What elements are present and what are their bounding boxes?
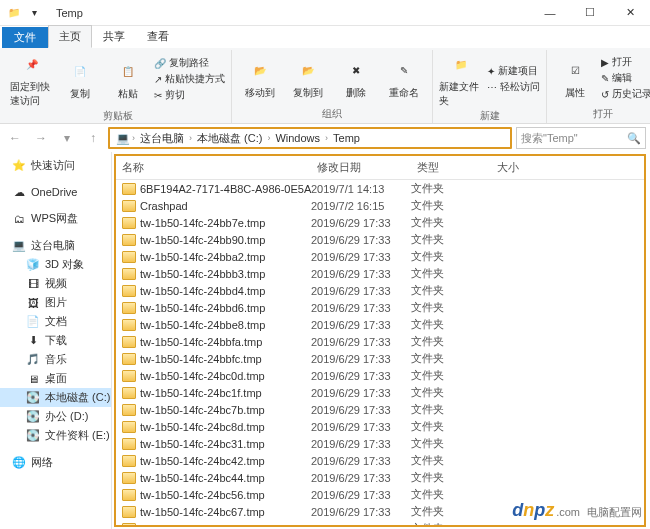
tab-share[interactable]: 共享: [92, 25, 136, 48]
table-row[interactable]: 6BF194A2-7171-4B8C-A986-0E5A5AE...2019/7…: [116, 180, 644, 197]
newfolder-button[interactable]: 📁新建文件夹: [439, 50, 483, 108]
recent-button[interactable]: ▾: [56, 127, 78, 149]
moveto-button[interactable]: 📂移动到: [238, 50, 282, 106]
table-row[interactable]: tw-1b50-14fc-24bbe8.tmp2019/6/29 17:33文件…: [116, 316, 644, 333]
file-name: tw-1b50-14fc-24bc7b.tmp: [140, 404, 265, 416]
forward-button[interactable]: →: [30, 127, 52, 149]
copy-icon: 📄: [66, 57, 94, 85]
properties-button[interactable]: ☑属性: [553, 50, 597, 106]
up-button[interactable]: ↑: [82, 127, 104, 149]
table-row[interactable]: tw-1b50-14fc-24bb7e.tmp2019/6/29 17:33文件…: [116, 214, 644, 231]
folder-icon: [122, 285, 136, 297]
sidebar-video[interactable]: 🎞视频: [0, 274, 111, 293]
drive-icon: 💽: [26, 429, 40, 443]
dropdown-icon[interactable]: ▾: [26, 5, 42, 21]
file-date: 2019/7/1 14:13: [311, 183, 411, 195]
sidebar-cdrive[interactable]: 💽本地磁盘 (C:): [0, 388, 111, 407]
file-type: 文件夹: [411, 385, 491, 400]
sidebar-onedrive[interactable]: ☁OneDrive: [0, 183, 111, 201]
crumb-temp[interactable]: Temp: [330, 132, 363, 144]
back-button[interactable]: ←: [4, 127, 26, 149]
breadcrumb[interactable]: 💻 › 这台电脑 › 本地磁盘 (C:) › Windows › Temp: [108, 127, 512, 149]
sidebar-edrive[interactable]: 💽文件资料 (E:): [0, 426, 111, 445]
file-date: 2019/6/29 17:33: [311, 251, 411, 263]
table-row[interactable]: tw-1b50-14fc-24bc8d.tmp2019/6/29 17:33文件…: [116, 418, 644, 435]
cut-button[interactable]: ✂剪切: [154, 88, 225, 102]
history-button[interactable]: ↺历史记录: [601, 87, 650, 101]
copyto-button[interactable]: 📂复制到: [286, 50, 330, 106]
file-name: tw-1b50-14fc-24bbfa.tmp: [140, 336, 262, 348]
sidebar-ddrive[interactable]: 💽办公 (D:): [0, 407, 111, 426]
sidebar-pictures[interactable]: 🖼图片: [0, 293, 111, 312]
file-date: 2019/6/29 17:33: [311, 523, 411, 526]
pin-button[interactable]: 📌固定到快速访问: [10, 50, 54, 108]
delete-button[interactable]: ✖删除: [334, 50, 378, 106]
edit-button[interactable]: ✎编辑: [601, 71, 650, 85]
folder-icon: [122, 438, 136, 450]
col-date[interactable]: 修改日期: [311, 156, 411, 179]
col-type[interactable]: 类型: [411, 156, 491, 179]
table-row[interactable]: tw-1b50-14fc-24bc7b.tmp2019/6/29 17:33文件…: [116, 401, 644, 418]
table-row[interactable]: tw-1b50-14fc-24bbfc.tmp2019/6/29 17:33文件…: [116, 350, 644, 367]
file-name: tw-1b50-14fc-24bb7e.tmp: [140, 217, 265, 229]
file-name: tw-1b50-14fc-24bc67.tmp: [140, 506, 265, 518]
rename-button[interactable]: ✎重命名: [382, 50, 426, 106]
col-size[interactable]: 大小: [491, 156, 551, 179]
table-row[interactable]: tw-1b50-14fc-24bbfa.tmp2019/6/29 17:33文件…: [116, 333, 644, 350]
address-bar: ← → ▾ ↑ 💻 › 这台电脑 › 本地磁盘 (C:) › Windows ›…: [0, 124, 650, 152]
sidebar-network[interactable]: 🌐网络: [0, 453, 111, 472]
file-list[interactable]: 6BF194A2-7171-4B8C-A986-0E5A5AE...2019/7…: [116, 180, 644, 525]
tab-file[interactable]: 文件: [2, 27, 48, 48]
folder-icon: [122, 336, 136, 348]
crumb-drive[interactable]: 本地磁盘 (C:): [194, 131, 265, 146]
chevron-right-icon: ›: [325, 133, 328, 143]
open-button[interactable]: ▶打开: [601, 55, 650, 69]
table-row[interactable]: tw-1b50-14fc-24bba2.tmp2019/6/29 17:33文件…: [116, 248, 644, 265]
col-name[interactable]: 名称: [116, 156, 311, 179]
table-row[interactable]: tw-1b50-14fc-24bbb3.tmp2019/6/29 17:33文件…: [116, 265, 644, 282]
table-row[interactable]: tw-1b50-14fc-24bc44.tmp2019/6/29 17:33文件…: [116, 469, 644, 486]
file-date: 2019/6/29 17:33: [311, 285, 411, 297]
copy-path-button[interactable]: 🔗复制路径: [154, 56, 225, 70]
table-row[interactable]: tw-1b50-14fc-24bc31.tmp2019/6/29 17:33文件…: [116, 435, 644, 452]
sidebar-quick-access[interactable]: ⭐快速访问: [0, 156, 111, 175]
file-type: 文件夹: [411, 351, 491, 366]
file-date: 2019/6/29 17:33: [311, 489, 411, 501]
tab-home[interactable]: 主页: [48, 25, 92, 48]
easyaccess-button[interactable]: ⋯轻松访问: [487, 80, 540, 94]
newitem-button[interactable]: ✦新建项目: [487, 64, 540, 78]
file-name: Crashpad: [140, 200, 188, 212]
table-row[interactable]: tw-1b50-14fc-24bbd6.tmp2019/6/29 17:33文件…: [116, 299, 644, 316]
tab-view[interactable]: 查看: [136, 25, 180, 48]
file-type: 文件夹: [411, 232, 491, 247]
window-title: Temp: [48, 7, 83, 19]
search-input[interactable]: 搜索"Temp" 🔍: [516, 127, 646, 149]
copy-button[interactable]: 📄复制: [58, 50, 102, 108]
paste-button[interactable]: 📋粘贴: [106, 50, 150, 108]
video-icon: 🎞: [26, 277, 40, 291]
file-name: 6BF194A2-7171-4B8C-A986-0E5A5AE...: [140, 183, 311, 195]
titlebar: 📁 ▾ Temp — ☐ ✕: [0, 0, 650, 26]
minimize-button[interactable]: —: [530, 0, 570, 26]
file-date: 2019/6/29 17:33: [311, 336, 411, 348]
folder-icon: [122, 370, 136, 382]
table-row[interactable]: Crashpad2019/7/2 16:15文件夹: [116, 197, 644, 214]
close-button[interactable]: ✕: [610, 0, 650, 26]
sidebar-docs[interactable]: 📄文档: [0, 312, 111, 331]
table-row[interactable]: tw-1b50-14fc-24bc0d.tmp2019/6/29 17:33文件…: [116, 367, 644, 384]
crumb-windows[interactable]: Windows: [272, 132, 323, 144]
paste-shortcut-button[interactable]: ↗粘贴快捷方式: [154, 72, 225, 86]
table-row[interactable]: tw-1b50-14fc-24bbd4.tmp2019/6/29 17:33文件…: [116, 282, 644, 299]
sidebar-thispc[interactable]: 💻这台电脑: [0, 236, 111, 255]
sidebar-music[interactable]: 🎵音乐: [0, 350, 111, 369]
file-name: tw-1b50-14fc-24bc42.tmp: [140, 455, 265, 467]
crumb-pc[interactable]: 这台电脑: [137, 131, 187, 146]
sidebar-desktop[interactable]: 🖥桌面: [0, 369, 111, 388]
sidebar-wps[interactable]: 🗂WPS网盘: [0, 209, 111, 228]
table-row[interactable]: tw-1b50-14fc-24bb90.tmp2019/6/29 17:33文件…: [116, 231, 644, 248]
table-row[interactable]: tw-1b50-14fc-24bc1f.tmp2019/6/29 17:33文件…: [116, 384, 644, 401]
maximize-button[interactable]: ☐: [570, 0, 610, 26]
table-row[interactable]: tw-1b50-14fc-24bc42.tmp2019/6/29 17:33文件…: [116, 452, 644, 469]
sidebar-downloads[interactable]: ⬇下载: [0, 331, 111, 350]
sidebar-3d[interactable]: 🧊3D 对象: [0, 255, 111, 274]
